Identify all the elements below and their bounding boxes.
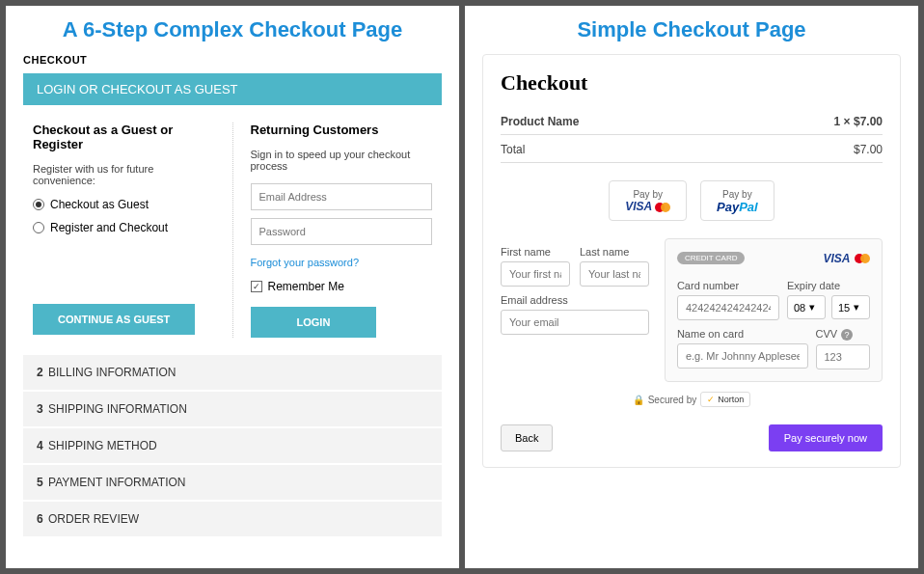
norton-badge: ✓Norton: [700, 392, 750, 407]
step-number: 3: [37, 402, 43, 416]
cvv-input[interactable]: [816, 344, 871, 369]
returning-column: Returning Customers Sign in to speed up …: [233, 123, 433, 338]
total-label: Total: [501, 143, 525, 156]
pay-card-tile[interactable]: Pay by VISA: [609, 180, 687, 221]
radio-label: Register and Checkout: [50, 221, 168, 234]
expiry-year-select[interactable]: 15▾: [831, 295, 870, 319]
step-row-3[interactable]: 3 SHIPPING INFORMATION: [23, 392, 442, 426]
pay-button[interactable]: Pay securely now: [769, 424, 883, 451]
radio-icon: [33, 199, 44, 210]
continue-guest-button[interactable]: CONTINUE AS GUEST: [33, 304, 195, 335]
checkout-heading: Checkout: [501, 70, 883, 96]
first-name-label: First name: [501, 246, 570, 258]
step-number: 6: [37, 512, 43, 526]
card-number-label: Card number: [677, 280, 779, 291]
total-amount: $7.00: [854, 143, 883, 156]
radio-register[interactable]: Register and Checkout: [33, 221, 215, 234]
email-label: Email address: [501, 294, 649, 306]
step-row-4[interactable]: 4 SHIPPING METHOD: [23, 428, 442, 463]
payby-label: Pay by: [625, 189, 670, 200]
secured-row: 🔒 Secured by ✓Norton: [501, 392, 883, 407]
remember-checkbox[interactable]: ✓ Remember Me: [251, 280, 433, 293]
step-title: SHIPPING INFORMATION: [48, 402, 187, 416]
pay-method-row: Pay by VISA Pay by PayPal: [501, 180, 883, 221]
returning-sub: Sign in to speed up your checkout proces…: [251, 149, 433, 172]
product-name: Product Name: [501, 115, 579, 128]
first-name-input[interactable]: [501, 261, 570, 287]
panel-title: A 6-Step Complex Checkout Page: [23, 17, 442, 42]
guest-sub: Register with us for future convenience:: [33, 163, 215, 186]
step-row-6[interactable]: 6 ORDER REVIEW: [23, 502, 442, 536]
mastercard-icon: [655, 202, 670, 213]
name-on-card-label: Name on card: [677, 328, 808, 340]
step-number: 2: [37, 366, 43, 379]
chevron-down-icon: ▾: [854, 301, 859, 314]
product-row: Product Name 1 × $7.00: [501, 107, 883, 135]
step-number: 4: [37, 439, 43, 452]
step1-header[interactable]: LOGIN OR CHECKOUT AS GUEST: [23, 73, 442, 105]
action-row: Back Pay securely now: [501, 424, 883, 451]
form-grid: First name Last name Email address CREDI…: [501, 238, 883, 382]
step-title: BILLING INFORMATION: [48, 366, 176, 379]
total-row: Total $7.00: [501, 135, 883, 163]
credit-card-box: CREDIT CARD VISA Card number Expiry date: [665, 238, 883, 382]
lock-icon: 🔒: [633, 395, 644, 405]
email-input[interactable]: [251, 183, 433, 210]
complex-checkout-panel: A 6-Step Complex Checkout Page CHECKOUT …: [6, 6, 459, 568]
product-qty: 1 × $7.00: [834, 115, 883, 128]
password-input[interactable]: [251, 218, 433, 245]
cvv-label: CVV?: [816, 328, 871, 341]
breadcrumb: CHECKOUT: [23, 54, 442, 66]
guest-column: Checkout as a Guest or Register Register…: [33, 123, 233, 338]
last-name-label: Last name: [580, 246, 649, 258]
chevron-down-icon: ▾: [809, 301, 815, 314]
pay-paypal-tile[interactable]: Pay by PayPal: [700, 180, 775, 221]
expiry-month-select[interactable]: 08▾: [787, 295, 826, 319]
step1-body: Checkout as a Guest or Register Register…: [23, 107, 442, 355]
returning-heading: Returning Customers: [251, 123, 433, 137]
card-brand-icons: VISA: [824, 249, 870, 266]
mastercard-icon: [855, 253, 870, 264]
email-input[interactable]: [501, 310, 649, 335]
step-row-2[interactable]: 2 BILLING INFORMATION: [23, 355, 442, 390]
remember-label: Remember Me: [268, 280, 344, 293]
back-button[interactable]: Back: [501, 424, 553, 451]
card-number-input[interactable]: [677, 295, 779, 320]
radio-guest[interactable]: Checkout as Guest: [33, 198, 215, 211]
step-title: PAYMENT INFORMATION: [48, 476, 185, 489]
radio-icon: [33, 222, 44, 233]
step-title: ORDER REVIEW: [48, 512, 139, 526]
step-title: SHIPPING METHOD: [48, 439, 157, 452]
checkout-card: Checkout Product Name 1 × $7.00 Total $7…: [482, 54, 901, 468]
login-button[interactable]: LOGIN: [251, 307, 377, 338]
radio-label: Checkout as Guest: [50, 198, 149, 211]
name-on-card-input[interactable]: [677, 343, 808, 369]
forgot-password-link[interactable]: Forgot your password?: [251, 257, 360, 268]
visa-icon: VISA: [824, 252, 851, 265]
cc-pill: CREDIT CARD: [677, 252, 746, 264]
guest-heading: Checkout as a Guest or Register: [33, 123, 215, 151]
step-number: 5: [37, 476, 43, 489]
visa-icon: VISA: [625, 200, 652, 213]
simple-checkout-panel: Simple Checkout Page Checkout Product Na…: [465, 6, 918, 568]
help-icon[interactable]: ?: [841, 329, 853, 341]
panel-title: Simple Checkout Page: [482, 17, 901, 42]
paypal-icon: PayPal: [717, 200, 758, 214]
checkbox-icon: ✓: [251, 281, 262, 292]
payby-label: Pay by: [717, 189, 758, 200]
name-email-col: First name Last name Email address: [501, 238, 649, 382]
secured-label: Secured by: [648, 395, 697, 405]
step-row-5[interactable]: 5 PAYMENT INFORMATION: [23, 465, 442, 500]
expiry-label: Expiry date: [787, 280, 870, 291]
last-name-input[interactable]: [580, 261, 649, 287]
